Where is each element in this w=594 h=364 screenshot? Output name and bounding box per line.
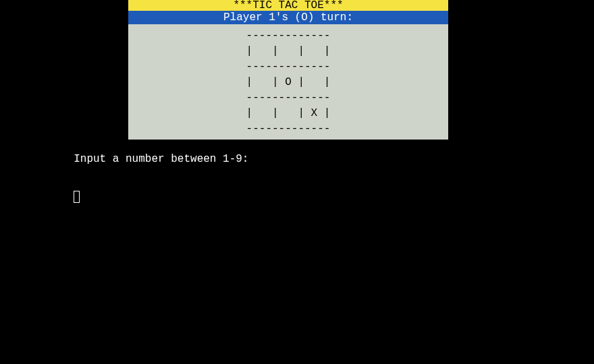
board-hr-1: ------------- xyxy=(246,61,331,73)
game-board: ------------- | | | | ------------- | | … xyxy=(246,28,331,137)
title-bar: ***TIC TAC TOE*** xyxy=(128,0,448,11)
cursor-icon xyxy=(74,191,80,203)
prompt-area[interactable]: Input a number between 1-9: xyxy=(0,140,594,203)
board-row-3: | | | X | xyxy=(246,107,331,119)
board-hr-0: ------------- xyxy=(246,30,331,42)
input-prompt: Input a number between 1-9: xyxy=(74,153,248,165)
game-container: ***TIC TAC TOE*** Player 1's (O) turn: -… xyxy=(128,0,448,140)
board-area: ------------- | | | | ------------- | | … xyxy=(128,24,448,140)
board-row-2: | | O | | xyxy=(246,76,331,88)
board-hr-3: ------------- xyxy=(246,123,331,135)
board-row-1: | | | | xyxy=(246,45,331,57)
board-hr-2: ------------- xyxy=(246,92,331,104)
status-bar: Player 1's (O) turn: xyxy=(128,11,448,24)
